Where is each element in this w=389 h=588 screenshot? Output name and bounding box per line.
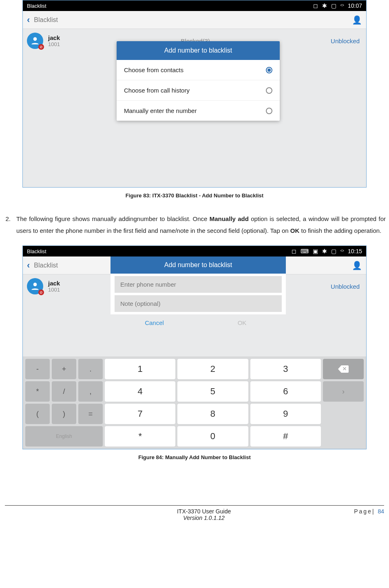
footer-guide: ITX-3370 User Guide [54, 508, 354, 515]
key-empty [323, 404, 364, 424]
page-footer: ITX-3370 User Guide Version 1.0.1.12 Pag… [0, 508, 389, 521]
footer-version: Version 1.0.1.12 [54, 515, 354, 521]
figure-84-caption: Figure 84: Manually Add Number to Blackl… [0, 454, 389, 460]
option-manual[interactable]: Manually enter the number [117, 101, 280, 121]
key-minus[interactable]: - [25, 359, 50, 379]
key-comma[interactable]: , [78, 381, 103, 402]
svg-point-1 [33, 283, 37, 286]
status-bar: Blacklist ◻ ⌨ ▣ ✱ ▢ ⌔ 10:15 [23, 246, 366, 256]
key-plus[interactable]: + [52, 359, 76, 379]
clock-text: 10:15 [348, 248, 362, 254]
add-user-icon[interactable]: 👤 [352, 15, 362, 25]
blocked-badge-icon: ⊘ [38, 44, 44, 50]
avatar-icon: ⊘ [27, 33, 43, 49]
key-equals[interactable]: = [78, 404, 103, 424]
note-input[interactable] [115, 295, 282, 312]
key-5[interactable]: 5 [177, 381, 248, 402]
radio-selected-icon[interactable] [266, 67, 272, 73]
contact-name: jack [48, 34, 60, 41]
body-paragraph: 2. The following figure shows manually a… [0, 213, 386, 237]
option-contacts[interactable]: Choose from contacts [117, 60, 280, 80]
wifi-icon: ⌔ [340, 2, 344, 9]
contact-number: 1001 [48, 41, 60, 47]
app-bar: ‹ Blacklist 👤 [23, 11, 366, 29]
figure-84-screenshot: Blacklist ◻ ⌨ ▣ ✱ ▢ ⌔ 10:15 ‹ Blacklist … [22, 245, 367, 449]
bluetooth-icon: ✱ [322, 248, 327, 254]
list-number: 2. [0, 213, 11, 237]
phone-number-input[interactable] [115, 276, 282, 293]
option-call-history[interactable]: Choose from call history [117, 80, 280, 101]
ok-button[interactable]: OK [198, 314, 286, 331]
soft-keyboard: - + . 1 2 3 * / , 4 5 6 › ( ) = 7 8 9 En… [23, 356, 366, 449]
page-number: Page| 84 [354, 508, 384, 515]
dialog-title: Add number to blacklist [111, 256, 286, 274]
key-star[interactable]: * [105, 426, 175, 447]
wifi-icon: ⌔ [340, 248, 344, 254]
key-6[interactable]: 6 [250, 381, 321, 402]
key-8[interactable]: 8 [177, 404, 248, 424]
blocked-badge-icon: ⊘ [38, 290, 44, 295]
voicemail-icon: ◻ [292, 248, 296, 254]
svg-point-0 [33, 37, 37, 41]
key-open-paren[interactable]: ( [25, 404, 50, 424]
statusbar-icons: ◻ ✱ ▢ ⌔ 10:07 [313, 2, 362, 9]
unblocked-link[interactable]: Unblocked [331, 38, 360, 44]
avatar-icon: ⊘ [27, 278, 43, 294]
footer-rule [5, 505, 384, 506]
contact-number: 1001 [48, 287, 60, 293]
dialog-title: Add number to blacklist [117, 41, 280, 60]
key-close-paren[interactable]: ) [52, 404, 76, 424]
backspace-icon [338, 365, 349, 373]
clock-text: 10:07 [348, 2, 362, 9]
figure-83-screenshot: Blacklist ◻ ✱ ▢ ⌔ 10:07 ‹ Blacklist 👤 ⊘ … [22, 0, 367, 188]
unblocked-link[interactable]: Unblocked [331, 283, 360, 290]
key-asterisk[interactable]: * [25, 381, 50, 402]
key-dot[interactable]: . [78, 359, 103, 379]
cancel-button[interactable]: Cancel [111, 314, 198, 331]
radio-icon[interactable] [266, 87, 272, 94]
key-3[interactable]: 3 [250, 359, 321, 379]
statusbar-icons: ◻ ⌨ ▣ ✱ ▢ ⌔ 10:15 [292, 248, 362, 254]
key-slash[interactable]: / [52, 381, 76, 402]
key-9[interactable]: 9 [250, 404, 321, 424]
key-empty [323, 426, 364, 447]
back-icon[interactable]: ‹ [27, 260, 30, 271]
sim-alert-icon: ▢ [331, 2, 336, 9]
key-hash[interactable]: # [250, 426, 321, 447]
key-0[interactable]: 0 [177, 426, 248, 447]
image-icon: ▣ [313, 248, 318, 254]
contact-name: jack [48, 280, 60, 287]
add-user-icon[interactable]: 👤 [352, 261, 362, 270]
backspace-key[interactable] [323, 359, 364, 379]
back-icon[interactable]: ‹ [27, 15, 30, 25]
manual-add-dialog: Add number to blacklist Cancel OK [111, 256, 286, 331]
next-key[interactable]: › [323, 381, 364, 402]
key-2[interactable]: 2 [177, 359, 248, 379]
appbar-title: Blacklist [34, 262, 58, 269]
status-bar: Blacklist ◻ ✱ ▢ ⌔ 10:07 [23, 0, 366, 11]
paragraph-text: The following figure shows manually addi… [16, 213, 386, 237]
appbar-title: Blacklist [34, 16, 58, 24]
language-key[interactable]: English [25, 426, 103, 447]
key-4[interactable]: 4 [105, 381, 175, 402]
voicemail-icon: ◻ [313, 2, 318, 9]
key-7[interactable]: 7 [105, 404, 175, 424]
sim-alert-icon: ▢ [331, 248, 336, 254]
key-1[interactable]: 1 [105, 359, 175, 379]
figure-83-caption: Figure 83: ITX-3370 Blacklist - Add Numb… [0, 192, 389, 199]
statusbar-title: Blacklist [27, 3, 313, 9]
add-blacklist-dialog: Add number to blacklist Choose from cont… [117, 41, 280, 121]
bluetooth-icon: ✱ [322, 2, 327, 9]
keyboard-icon: ⌨ [301, 248, 309, 254]
radio-icon[interactable] [266, 108, 272, 114]
statusbar-title: Blacklist [27, 248, 292, 254]
